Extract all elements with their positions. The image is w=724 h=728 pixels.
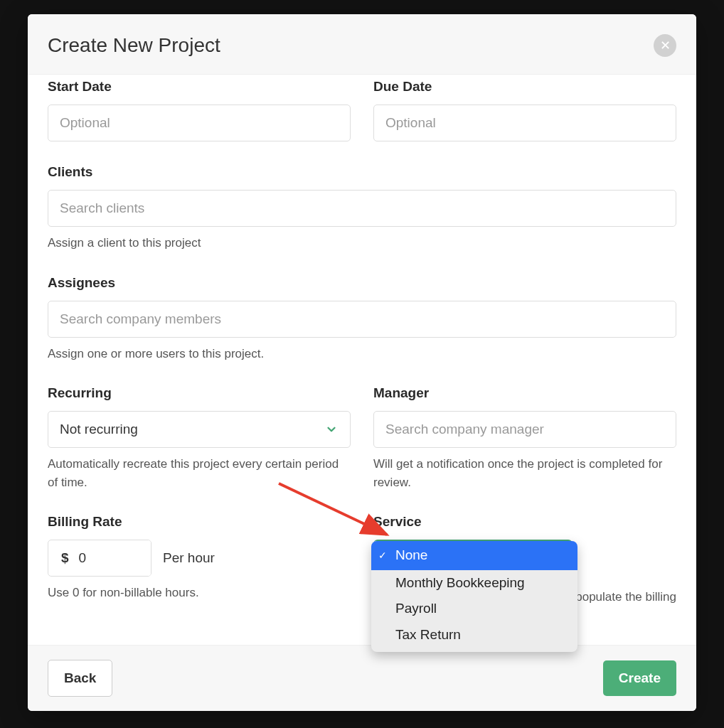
due-date-field-group: Due Date xyxy=(373,83,676,141)
close-button[interactable]: ✕ xyxy=(654,34,676,57)
create-button[interactable]: Create xyxy=(603,660,676,696)
service-option-label: None xyxy=(395,547,427,562)
recurring-select[interactable]: Not recurring xyxy=(48,411,351,448)
recurring-help: Automatically recreate this project ever… xyxy=(48,455,351,491)
manager-input[interactable] xyxy=(373,411,676,448)
clients-label: Clients xyxy=(48,164,676,180)
recurring-label: Recurring xyxy=(48,385,351,401)
modal-overlay: Create New Project ✕ Start Date Due Date… xyxy=(0,0,724,728)
service-option-label: Monthly Bookkeeping xyxy=(395,575,525,590)
modal-header: Create New Project ✕ xyxy=(28,14,696,75)
clients-field-group: Clients Assign a client to this project xyxy=(48,164,676,252)
service-option-label: Payroll xyxy=(395,601,437,616)
service-option-none[interactable]: ✓ None xyxy=(371,541,577,570)
clients-help: Assign a client to this project xyxy=(48,234,676,252)
back-button[interactable]: Back xyxy=(48,660,112,697)
recurring-field-group: Recurring Not recurring Automatically re… xyxy=(48,385,351,491)
service-dropdown-menu: ✓ None Monthly Bookkeeping Payroll Tax R… xyxy=(371,541,577,652)
start-date-input[interactable] xyxy=(48,105,351,141)
service-label: Service xyxy=(373,514,676,530)
start-date-field-group: Start Date xyxy=(48,83,351,141)
billing-rate-input[interactable] xyxy=(78,540,151,576)
currency-symbol: $ xyxy=(48,540,78,576)
due-date-label: Due Date xyxy=(373,79,676,95)
service-option-tax-return[interactable]: Tax Return xyxy=(371,622,577,648)
assignees-label: Assignees xyxy=(48,275,676,291)
billing-rate-help: Use 0 for non-billable hours. xyxy=(48,584,351,602)
modal-body: Start Date Due Date Clients Assign a cli… xyxy=(28,75,696,623)
check-icon: ✓ xyxy=(378,548,387,563)
billing-rate-field-group: Billing Rate $ Per hour Use 0 for non-bi… xyxy=(48,514,351,606)
billing-rate-input-wrapper: $ xyxy=(48,540,151,577)
assignees-input[interactable] xyxy=(48,301,676,338)
start-date-label: Start Date xyxy=(48,79,351,95)
service-option-payroll[interactable]: Payroll xyxy=(371,596,577,622)
billing-rate-unit: Per hour xyxy=(163,550,215,566)
assignees-field-group: Assignees Assign one or more users to th… xyxy=(48,275,676,363)
billing-rate-label: Billing Rate xyxy=(48,514,351,530)
due-date-input[interactable] xyxy=(373,105,676,141)
service-option-monthly-bookkeeping[interactable]: Monthly Bookkeeping xyxy=(371,570,577,596)
service-option-label: Tax Return xyxy=(395,627,461,642)
modal-title: Create New Project xyxy=(48,34,220,57)
clients-input[interactable] xyxy=(48,190,676,227)
service-field-group: Service ✓ None Monthly Bookkeeping xyxy=(373,514,676,606)
close-icon: ✕ xyxy=(660,39,671,52)
manager-help: Will get a notification once the project… xyxy=(373,455,676,491)
manager-field-group: Manager Will get a notification once the… xyxy=(373,385,676,491)
manager-label: Manager xyxy=(373,385,676,401)
modal-footer: Back Create xyxy=(28,645,696,711)
assignees-help: Assign one or more users to this project… xyxy=(48,345,676,363)
create-project-modal: Create New Project ✕ Start Date Due Date… xyxy=(28,14,696,711)
